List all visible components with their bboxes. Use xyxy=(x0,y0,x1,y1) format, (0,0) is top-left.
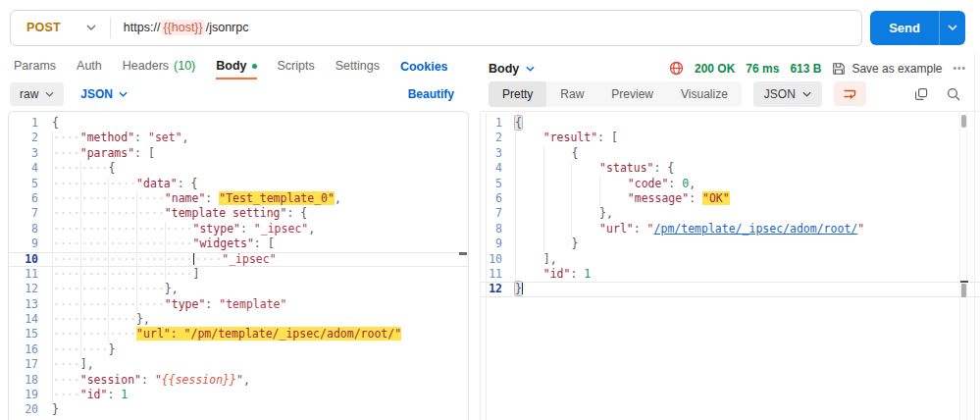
code-line[interactable]: 1{ xyxy=(9,116,468,131)
code-line[interactable]: 15············"url": "/pm/template/_ipse… xyxy=(9,327,468,341)
code-line[interactable]: 8····················"stype": "_ipsec", xyxy=(9,222,468,236)
code-line[interactable]: 9 } xyxy=(481,236,980,251)
code-line[interactable]: 11····················] xyxy=(9,267,468,282)
token-key: "stype" xyxy=(193,222,240,236)
indent-guide xyxy=(571,161,599,176)
code-line[interactable]: 4········{ xyxy=(9,161,468,176)
token-var: {{session}} xyxy=(162,373,236,387)
indent-guide: ···· xyxy=(194,252,223,267)
status-badge[interactable]: 200 OK xyxy=(695,62,735,76)
indent-guide xyxy=(571,206,599,221)
code-line[interactable]: 6 "message": "OK" xyxy=(481,191,980,206)
tab-scripts[interactable]: Scripts xyxy=(278,54,315,79)
code-line[interactable]: 6················"name": "Test_template_… xyxy=(9,191,468,206)
response-time[interactable]: 76 ms xyxy=(746,62,779,76)
copy-icon[interactable] xyxy=(914,87,928,101)
line-number: 12 xyxy=(481,282,502,296)
send-button[interactable]: Send xyxy=(870,11,939,45)
token-pun: : xyxy=(205,297,219,311)
code-line[interactable]: 20} xyxy=(9,402,468,417)
tab-params[interactable]: Params xyxy=(14,54,56,79)
code-line[interactable]: 18····"session": "{{session}}", xyxy=(9,373,468,388)
response-language-dropdown[interactable]: JSON xyxy=(753,81,822,107)
token-pun: : xyxy=(205,191,219,205)
search-icon[interactable] xyxy=(947,87,960,101)
url-variable: {{host}} xyxy=(161,20,204,35)
request-body-editor[interactable]: 1{2····"method": "set",3····"params": [4… xyxy=(8,111,469,420)
indent-guide: ···· xyxy=(80,161,109,176)
tab-auth[interactable]: Auth xyxy=(77,54,102,79)
response-header: Body 200 OK 76 ms 613 B xyxy=(481,54,980,79)
token-key: "status" xyxy=(599,161,653,175)
line-content: ····], xyxy=(38,357,94,372)
code-line[interactable]: 14············}, xyxy=(9,312,468,327)
code-line[interactable]: 5············"data": { xyxy=(9,177,468,191)
code-line[interactable]: 11 "id": 1 xyxy=(481,267,980,282)
format-dropdown[interactable]: raw xyxy=(10,82,64,106)
indent-guide: ···· xyxy=(165,236,193,251)
indent-guide: ···· xyxy=(52,161,80,176)
code-line[interactable]: 8 "url": "/pm/template/_ipsec/adom/root/… xyxy=(481,222,980,236)
line-content: ················"name": "Test_template_0… xyxy=(38,191,341,206)
url-input[interactable]: https:// {{host}} /jsonrpc xyxy=(111,20,249,35)
code-line[interactable]: 10 ], xyxy=(481,252,980,267)
line-number: 7 xyxy=(9,206,38,221)
indent-guide: ···· xyxy=(136,191,165,206)
code-line[interactable]: 4 "status": { xyxy=(481,161,980,176)
line-wrap-icon[interactable] xyxy=(834,81,866,106)
more-options-icon[interactable]: ••• xyxy=(953,63,966,74)
save-as-example-button[interactable]: Save as example xyxy=(832,62,942,76)
code-line[interactable]: 12················}, xyxy=(9,282,468,296)
line-number: 12 xyxy=(9,282,38,296)
tab-settings[interactable]: Settings xyxy=(335,54,380,79)
code-line[interactable]: 9····················"widgets": [ xyxy=(9,236,468,251)
code-line[interactable]: 2 "result": [ xyxy=(481,131,980,145)
url-container: POST https:// {{host}} /jsonrpc xyxy=(10,10,862,46)
tab-preview[interactable]: Preview xyxy=(597,81,667,107)
code-line[interactable]: 7················"template setting": { xyxy=(9,206,468,221)
indent-guide: ···· xyxy=(108,191,136,206)
overview-cursor-mark xyxy=(960,281,968,283)
tab-headers[interactable]: Headers (10) xyxy=(123,54,195,79)
line-number: 4 xyxy=(9,161,38,176)
code-line[interactable]: 1{ xyxy=(481,116,980,131)
token-pun: : xyxy=(240,222,254,236)
scrollbar-thumb[interactable] xyxy=(961,115,966,128)
code-line[interactable]: 16········} xyxy=(9,342,468,357)
response-body-dropdown[interactable]: Body xyxy=(489,62,535,76)
tab-visualize[interactable]: Visualize xyxy=(667,81,742,107)
indent-guide: ···· xyxy=(108,236,136,251)
token-lnk[interactable]: /pm/template/_ipsec/adom/root/ xyxy=(654,222,858,236)
cookies-link[interactable]: Cookies xyxy=(400,60,448,74)
line-content: ············"url": "/pm/template/_ipsec/… xyxy=(38,327,401,341)
method-dropdown[interactable]: POST xyxy=(11,11,110,45)
response-body-editor[interactable]: 1{2 "result": [3 {4 "status": {5 "code":… xyxy=(481,116,980,297)
line-number: 3 xyxy=(9,146,38,161)
token-pun: : xyxy=(570,267,584,281)
ssl-warning-icon[interactable] xyxy=(669,61,684,76)
code-line[interactable]: 12} xyxy=(481,282,980,296)
code-line[interactable]: 7 }, xyxy=(481,206,980,221)
code-line[interactable]: 19····"id": 1 xyxy=(9,388,468,402)
code-line[interactable]: 10························"_ipsec" xyxy=(9,252,468,267)
tab-pretty[interactable]: Pretty xyxy=(489,81,546,107)
tab-body[interactable]: Body xyxy=(216,54,256,79)
code-line[interactable]: 2····"method": "set", xyxy=(9,131,468,145)
language-dropdown[interactable]: JSON xyxy=(80,87,128,101)
indent-guide: ···· xyxy=(52,327,80,341)
indent-guide xyxy=(543,146,572,161)
indent-guide: ···· xyxy=(80,177,109,191)
code-line[interactable]: 17····], xyxy=(9,357,468,372)
code-line[interactable]: 5 "code": 0, xyxy=(481,177,980,191)
line-number: 6 xyxy=(481,191,502,206)
line-number: 11 xyxy=(481,267,502,282)
code-line[interactable]: 3····"params": [ xyxy=(9,146,468,161)
send-options-caret[interactable] xyxy=(939,11,965,45)
response-size[interactable]: 613 B xyxy=(790,62,821,76)
overview-line-marker[interactable] xyxy=(961,284,966,297)
code-line[interactable]: 13················"type": "template" xyxy=(9,297,468,312)
code-line[interactable]: 3 { xyxy=(481,146,980,161)
tab-raw[interactable]: Raw xyxy=(546,81,597,107)
beautify-link[interactable]: Beautify xyxy=(408,87,454,101)
line-number: 19 xyxy=(9,388,38,402)
